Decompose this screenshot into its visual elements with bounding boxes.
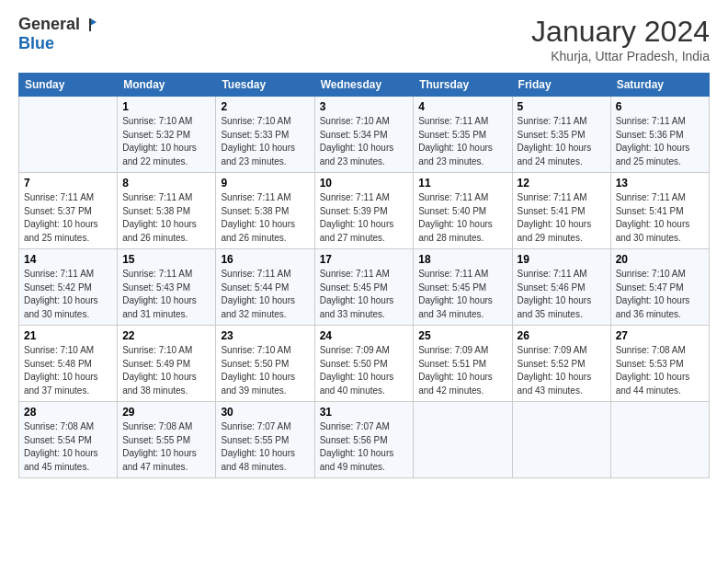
day-info: Sunrise: 7:11 AM Sunset: 5:36 PM Dayligh…	[616, 115, 704, 168]
day-number: 29	[122, 406, 210, 419]
calendar-table: SundayMondayTuesdayWednesdayThursdayFrid…	[18, 73, 710, 478]
day-number: 3	[320, 100, 409, 113]
calendar-cell: 5Sunrise: 7:11 AM Sunset: 5:35 PM Daylig…	[512, 97, 610, 173]
calendar-cell: 14Sunrise: 7:11 AM Sunset: 5:42 PM Dayli…	[19, 249, 118, 326]
calendar-cell: 13Sunrise: 7:11 AM Sunset: 5:41 PM Dayli…	[610, 173, 709, 249]
day-number: 24	[320, 329, 409, 342]
calendar-cell: 19Sunrise: 7:11 AM Sunset: 5:46 PM Dayli…	[512, 249, 610, 326]
day-number: 19	[518, 253, 606, 266]
day-info: Sunrise: 7:11 AM Sunset: 5:43 PM Dayligh…	[122, 268, 210, 321]
calendar-cell: 8Sunrise: 7:11 AM Sunset: 5:38 PM Daylig…	[118, 173, 216, 249]
day-info: Sunrise: 7:10 AM Sunset: 5:50 PM Dayligh…	[221, 344, 309, 397]
logo-flag-icon	[82, 17, 98, 33]
col-header-thursday: Thursday	[414, 74, 512, 97]
calendar-cell: 28Sunrise: 7:08 AM Sunset: 5:54 PM Dayli…	[19, 402, 118, 478]
day-number: 25	[418, 329, 506, 342]
day-number: 16	[221, 253, 309, 266]
calendar-cell: 17Sunrise: 7:11 AM Sunset: 5:45 PM Dayli…	[314, 249, 414, 326]
day-number: 4	[418, 100, 506, 113]
day-number: 9	[221, 177, 309, 190]
day-number: 31	[320, 406, 409, 419]
svg-marker-0	[90, 18, 97, 26]
logo-blue-text: Blue	[18, 34, 54, 53]
day-info: Sunrise: 7:11 AM Sunset: 5:42 PM Dayligh…	[24, 268, 112, 321]
day-info: Sunrise: 7:11 AM Sunset: 5:38 PM Dayligh…	[122, 191, 210, 245]
day-info: Sunrise: 7:08 AM Sunset: 5:54 PM Dayligh…	[24, 420, 112, 474]
logo-general-text: General	[18, 15, 80, 34]
day-info: Sunrise: 7:09 AM Sunset: 5:52 PM Dayligh…	[518, 344, 606, 397]
calendar-cell: 18Sunrise: 7:11 AM Sunset: 5:45 PM Dayli…	[414, 249, 512, 326]
day-number: 26	[518, 329, 606, 342]
calendar-cell: 16Sunrise: 7:11 AM Sunset: 5:44 PM Dayli…	[216, 249, 314, 326]
day-info: Sunrise: 7:10 AM Sunset: 5:47 PM Dayligh…	[616, 268, 704, 321]
day-info: Sunrise: 7:10 AM Sunset: 5:48 PM Dayligh…	[24, 344, 112, 397]
header: General Blue January 2024 Khurja, Uttar …	[18, 15, 710, 63]
day-info: Sunrise: 7:11 AM Sunset: 5:40 PM Dayligh…	[418, 191, 506, 245]
day-number: 30	[221, 406, 309, 419]
calendar-cell: 24Sunrise: 7:09 AM Sunset: 5:50 PM Dayli…	[314, 326, 414, 402]
col-header-tuesday: Tuesday	[216, 74, 314, 97]
day-number: 12	[518, 177, 606, 190]
calendar-cell: 23Sunrise: 7:10 AM Sunset: 5:50 PM Dayli…	[216, 326, 314, 402]
day-info: Sunrise: 7:11 AM Sunset: 5:37 PM Dayligh…	[24, 191, 112, 245]
day-number: 11	[418, 177, 506, 190]
title-block: January 2024 Khurja, Uttar Pradesh, Indi…	[531, 15, 710, 63]
day-info: Sunrise: 7:10 AM Sunset: 5:33 PM Dayligh…	[221, 115, 309, 168]
day-number: 21	[24, 329, 112, 342]
day-number: 13	[616, 177, 704, 190]
week-row-5: 28Sunrise: 7:08 AM Sunset: 5:54 PM Dayli…	[19, 402, 710, 478]
day-number: 27	[616, 329, 704, 342]
day-number: 1	[122, 100, 210, 113]
day-info: Sunrise: 7:09 AM Sunset: 5:50 PM Dayligh…	[320, 344, 409, 397]
day-info: Sunrise: 7:11 AM Sunset: 5:44 PM Dayligh…	[221, 268, 309, 321]
calendar-cell: 6Sunrise: 7:11 AM Sunset: 5:36 PM Daylig…	[610, 97, 709, 173]
day-info: Sunrise: 7:08 AM Sunset: 5:53 PM Dayligh…	[616, 344, 704, 397]
calendar-cell: 25Sunrise: 7:09 AM Sunset: 5:51 PM Dayli…	[414, 326, 512, 402]
day-number: 8	[122, 177, 210, 190]
calendar-cell: 26Sunrise: 7:09 AM Sunset: 5:52 PM Dayli…	[512, 326, 610, 402]
day-number: 17	[320, 253, 409, 266]
day-info: Sunrise: 7:11 AM Sunset: 5:41 PM Dayligh…	[616, 191, 704, 245]
day-number: 6	[616, 100, 704, 113]
day-number: 23	[221, 329, 309, 342]
day-info: Sunrise: 7:08 AM Sunset: 5:55 PM Dayligh…	[122, 420, 210, 474]
week-row-3: 14Sunrise: 7:11 AM Sunset: 5:42 PM Dayli…	[19, 249, 710, 326]
day-info: Sunrise: 7:10 AM Sunset: 5:34 PM Dayligh…	[320, 115, 409, 168]
day-number: 28	[24, 406, 112, 419]
week-row-1: 1Sunrise: 7:10 AM Sunset: 5:32 PM Daylig…	[19, 97, 710, 173]
week-row-4: 21Sunrise: 7:10 AM Sunset: 5:48 PM Dayli…	[19, 326, 710, 402]
day-number: 10	[320, 177, 409, 190]
day-number: 15	[122, 253, 210, 266]
calendar-cell: 27Sunrise: 7:08 AM Sunset: 5:53 PM Dayli…	[610, 326, 709, 402]
calendar-cell	[414, 402, 512, 478]
col-header-sunday: Sunday	[19, 74, 118, 97]
day-info: Sunrise: 7:11 AM Sunset: 5:46 PM Dayligh…	[518, 268, 606, 321]
day-info: Sunrise: 7:11 AM Sunset: 5:38 PM Dayligh…	[221, 191, 309, 245]
day-number: 2	[221, 100, 309, 113]
header-row: SundayMondayTuesdayWednesdayThursdayFrid…	[19, 74, 710, 97]
month-title: January 2024	[531, 15, 710, 49]
calendar-cell: 4Sunrise: 7:11 AM Sunset: 5:35 PM Daylig…	[414, 97, 512, 173]
calendar-cell: 12Sunrise: 7:11 AM Sunset: 5:41 PM Dayli…	[512, 173, 610, 249]
col-header-friday: Friday	[512, 74, 610, 97]
calendar-cell: 3Sunrise: 7:10 AM Sunset: 5:34 PM Daylig…	[314, 97, 414, 173]
day-info: Sunrise: 7:07 AM Sunset: 5:56 PM Dayligh…	[320, 420, 409, 474]
calendar-cell: 20Sunrise: 7:10 AM Sunset: 5:47 PM Dayli…	[610, 249, 709, 326]
col-header-saturday: Saturday	[610, 74, 709, 97]
page: General Blue January 2024 Khurja, Uttar …	[0, 0, 728, 563]
day-info: Sunrise: 7:11 AM Sunset: 5:35 PM Dayligh…	[418, 115, 506, 168]
day-info: Sunrise: 7:11 AM Sunset: 5:45 PM Dayligh…	[320, 268, 409, 321]
calendar-cell: 15Sunrise: 7:11 AM Sunset: 5:43 PM Dayli…	[118, 249, 216, 326]
logo: General Blue	[18, 15, 98, 53]
day-number: 20	[616, 253, 704, 266]
day-info: Sunrise: 7:10 AM Sunset: 5:32 PM Dayligh…	[122, 115, 210, 168]
day-number: 7	[24, 177, 112, 190]
calendar-cell: 31Sunrise: 7:07 AM Sunset: 5:56 PM Dayli…	[314, 402, 414, 478]
day-info: Sunrise: 7:11 AM Sunset: 5:39 PM Dayligh…	[320, 191, 409, 245]
calendar-cell: 10Sunrise: 7:11 AM Sunset: 5:39 PM Dayli…	[314, 173, 414, 249]
calendar-cell	[512, 402, 610, 478]
location: Khurja, Uttar Pradesh, India	[531, 49, 710, 63]
day-number: 14	[24, 253, 112, 266]
calendar-cell: 21Sunrise: 7:10 AM Sunset: 5:48 PM Dayli…	[19, 326, 118, 402]
svg-rect-1	[89, 18, 91, 31]
